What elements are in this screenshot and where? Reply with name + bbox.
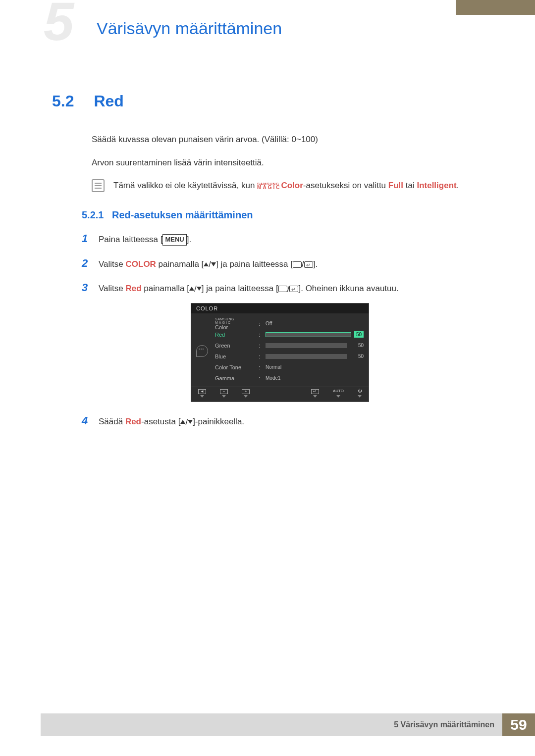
osd-title: COLOR [191,303,369,313]
section-number: 5.2 [52,92,92,110]
samsung-magic-label: SAMSUNGMAGIC [257,183,281,190]
osd-label: Green [215,343,256,349]
palette-icon [196,345,208,357]
minus-icon: − [220,389,228,394]
power-icon: ⏻ [358,389,362,394]
page-number: 59 [502,713,535,736]
step-text: Säädä Red-asetusta [/]-painikkeella. [99,415,478,429]
step-4: 4 Säädä Red-asetusta [/]-painikkeella. [82,412,478,429]
samsung-magic-small: SAMSUNG MAGIC [215,317,256,324]
content: 5.2 Red Säädä kuvassa olevan punaisen vä… [52,92,478,436]
osd-row-green: Green : 50 [215,340,364,351]
steps-list: 1 Paina laitteessa [MENU]. 2 Valitse COL… [82,230,478,429]
step-number: 1 [82,230,92,247]
osd-value: 50 [350,343,364,348]
screen-icon [293,261,302,268]
corner-tab [456,0,535,15]
chapter-title: Värisävyn määrittäminen [97,19,282,38]
enter-icon [289,286,298,292]
note: Tämä valikko ei ole käytettävissä, kun S… [92,179,478,192]
subsection-header: 5.2.1 Red-asetuksen määrittäminen [82,209,478,221]
osd-row-tone: Color Tone : Normal [215,362,364,373]
step-text: Paina laitteessa [MENU]. [99,233,478,246]
osd-slider-red [266,332,351,337]
osd-row-gamma: Gamma : Mode1 [215,373,364,384]
osd-value: 50 [354,331,364,338]
osd-value: Mode1 [266,375,364,381]
osd-row-blue: Blue : 50 [215,351,364,362]
osd-label: Blue [215,353,256,359]
osd-slider-green [266,343,347,348]
triangle-down-icon [197,287,202,291]
osd-slider-blue [266,354,347,359]
osd-value: Off [266,321,364,326]
osd-label: Color Tone [215,364,256,370]
osd-row-magic: SAMSUNG MAGIC Color : Off [215,318,364,329]
step-number: 2 [82,254,92,272]
step-text: Valitse COLOR painamalla [/] ja paina la… [99,257,478,271]
footer-chapter-label: 5 Värisävyn määrittäminen [394,720,494,729]
page-footer: 5 Värisävyn määrittäminen 59 [41,713,535,736]
enter-small-icon: ↵ [311,389,319,394]
back-icon: ◄ [198,389,206,394]
plus-icon: + [242,389,250,394]
triangle-up-icon [204,262,209,266]
triangle-down-icon [211,262,216,266]
subsection-title: Red-asetuksen määrittäminen [112,209,253,220]
paragraph-1: Säädä kuvassa olevan punaisen värin arvo… [92,133,478,146]
step-text: Valitse Red painamalla [/] ja paina lait… [99,282,478,296]
osd-value: Normal [266,364,364,370]
triangle-down-icon [188,420,193,424]
screen-icon [278,286,287,292]
osd-label: Gamma [215,375,256,381]
triangle-up-icon [189,287,194,291]
osd-screenshot: COLOR SAMSUNG MAGIC Color : Off [191,303,369,402]
osd-row-red: Red : 50 [215,329,364,340]
subsection-number: 5.2.1 [82,209,104,220]
menu-button-label: MENU [162,234,186,246]
chapter-ghost-number: 5 [44,7,74,35]
osd-label-red: Red [215,332,256,338]
enter-icon [304,261,313,268]
section-header: 5.2 Red [52,92,478,110]
step-number: 4 [82,412,92,429]
paragraph-2: Arvon suurentaminen lisää värin intensit… [92,156,478,169]
note-icon [92,179,105,192]
step-1: 1 Paina laitteessa [MENU]. [82,230,478,247]
osd-footer: ◄ − + ↵ AUTO ⏻ [191,387,369,402]
step-3: 3 Valitse Red painamalla [/] ja paina la… [82,279,478,296]
step-2: 2 Valitse COLOR painamalla [/] ja paina … [82,254,478,272]
osd-value: 50 [350,353,364,359]
auto-label: AUTO [333,389,344,394]
step-number: 3 [82,279,92,296]
note-text: Tämä valikko ei ole käytettävissä, kun S… [113,181,459,191]
section-title: Red [94,92,123,110]
triangle-up-icon [180,420,185,424]
